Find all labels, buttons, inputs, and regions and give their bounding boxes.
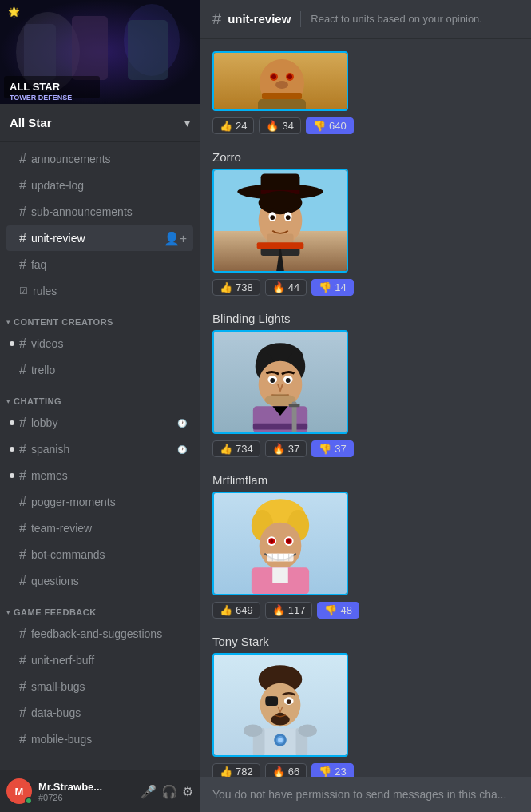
channel-item-small-bugs[interactable]: # small-bugs xyxy=(6,674,193,699)
banner-art: ALL STAR TOWER DEFENSE xyxy=(0,0,200,104)
partial-unit-svg xyxy=(214,53,348,111)
reaction-thumbsdown[interactable]: 👎 14 xyxy=(311,279,353,296)
reaction-thumbsup[interactable]: 👍 734 xyxy=(212,440,260,457)
reaction-count: 37 xyxy=(335,443,346,455)
category-chatting[interactable]: ▾ CHATTING xyxy=(0,384,200,409)
channel-item-lobby[interactable]: # lobby 🕐 xyxy=(6,410,193,436)
channel-item-pogger-moments[interactable]: # pogger-moments xyxy=(6,489,193,515)
unit-image-zorro xyxy=(212,169,348,273)
no-permission-bar: You do not have permission to send messa… xyxy=(200,777,531,812)
svg-point-15 xyxy=(275,81,288,89)
reaction-fire[interactable]: 🔥 37 xyxy=(265,440,307,457)
hash-icon: # xyxy=(19,679,26,694)
category-label: CHATTING xyxy=(14,396,61,406)
reaction-thumbsup[interactable]: 👍 24 xyxy=(212,117,254,134)
svg-rect-16 xyxy=(262,93,302,99)
reaction-count: 782 xyxy=(236,766,253,777)
reaction-count: 738 xyxy=(236,281,253,293)
svg-point-54 xyxy=(270,539,273,543)
svg-point-13 xyxy=(271,74,276,79)
username: Mr.Strawbe... xyxy=(38,781,141,793)
svg-point-27 xyxy=(286,215,291,220)
channel-item-unit-nerf[interactable]: # unit-nerf-buff xyxy=(6,647,193,673)
user-info: Mr.Strawbe... #0726 xyxy=(38,781,141,802)
reaction-fire[interactable]: 🔥 117 xyxy=(265,602,313,619)
collapse-arrow-icon: ▾ xyxy=(6,318,10,326)
category-label: GAME FEEDBACK xyxy=(14,607,97,617)
hash-icon: # xyxy=(19,178,26,193)
channel-item-team-review[interactable]: # team-review xyxy=(6,515,193,541)
hash-icon: # xyxy=(19,706,26,720)
thumbsdown-emoji: 👎 xyxy=(319,766,331,777)
channel-item-unit-review[interactable]: # unit-review 👤+ xyxy=(6,225,193,251)
reaction-count: 24 xyxy=(236,120,247,132)
user-bar: M Mr.Strawbe... #0726 🎤 🎧 ⚙ xyxy=(0,770,200,812)
thumbsdown-emoji: 👎 xyxy=(319,443,331,455)
thumbsup-emoji: 👍 xyxy=(220,443,232,455)
hash-icon: # xyxy=(19,521,26,535)
channel-item-trello[interactable]: # trello xyxy=(6,357,193,383)
channel-item-announcements[interactable]: # announcements xyxy=(6,146,193,172)
hash-icon: # xyxy=(19,152,26,166)
reaction-thumbsup[interactable]: 👍 738 xyxy=(212,279,260,296)
reaction-fire[interactable]: 🔥 44 xyxy=(265,279,307,296)
hash-icon: # xyxy=(19,495,26,509)
microphone-icon[interactable]: 🎤 xyxy=(141,784,157,799)
reaction-row-blinding: 👍 734 🔥 37 👎 37 xyxy=(212,440,518,457)
reaction-count: 66 xyxy=(288,766,299,777)
channel-item-mobile-bugs[interactable]: # mobile-bugs xyxy=(6,726,193,752)
reaction-thumbsdown[interactable]: 👎 23 xyxy=(311,763,353,777)
reaction-thumbsup[interactable]: 👍 649 xyxy=(212,602,260,619)
reaction-count: 44 xyxy=(288,281,299,293)
headphones-icon[interactable]: 🎧 xyxy=(161,784,177,799)
reaction-count: 734 xyxy=(236,443,253,455)
fire-emoji: 🔥 xyxy=(272,766,285,777)
add-member-icon[interactable]: 👤+ xyxy=(164,231,187,246)
settings-icon[interactable]: ⚙ xyxy=(182,784,193,799)
channel-item-spanish[interactable]: # spanish 🕐 xyxy=(6,436,193,462)
server-name-bar[interactable]: 🌟 All Star ▾ xyxy=(0,104,200,142)
sidebar: ALL STAR TOWER DEFENSE 🌟 All Star ▾ ▾ GA… xyxy=(0,0,200,812)
hash-icon: # xyxy=(19,416,26,430)
svg-rect-62 xyxy=(272,567,288,583)
reaction-thumbsdown[interactable]: 👎 640 xyxy=(306,117,354,134)
reaction-thumbsdown[interactable]: 👎 48 xyxy=(317,602,359,619)
thumbsup-emoji: 👍 xyxy=(220,281,232,293)
reaction-fire[interactable]: 🔥 34 xyxy=(259,117,300,134)
hash-icon: # xyxy=(19,442,26,456)
reaction-thumbsdown[interactable]: 👎 37 xyxy=(311,440,353,457)
hash-icon: # xyxy=(19,363,26,377)
channel-item-memes[interactable]: # memes xyxy=(6,463,193,488)
reaction-fire[interactable]: 🔥 66 xyxy=(265,763,307,777)
thumbsdown-emoji: 👎 xyxy=(313,120,326,132)
reaction-row-tony: 👍 782 🔥 66 👎 23 xyxy=(212,763,518,777)
unit-image-blinding xyxy=(212,330,348,434)
reaction-thumbsup[interactable]: 👍 782 xyxy=(212,763,260,777)
channel-item-faq[interactable]: # faq xyxy=(6,252,193,277)
channel-item-data-bugs[interactable]: # data-bugs xyxy=(6,700,193,726)
svg-rect-44 xyxy=(289,404,300,407)
reaction-count: 14 xyxy=(335,281,346,293)
svg-text:ALL STAR: ALL STAR xyxy=(10,81,61,93)
unread-dot xyxy=(10,447,14,452)
unit-name-mrflimflam: Mrflimflam xyxy=(212,473,518,487)
channel-item-rules[interactable]: ☑ rules xyxy=(6,278,193,304)
channel-item-bot-commands[interactable]: # bot-commands xyxy=(6,542,193,567)
category-content-creators[interactable]: ▾ CONTENT CREATORS xyxy=(0,304,200,330)
banner-svg: ALL STAR TOWER DEFENSE xyxy=(0,0,200,104)
channel-item-update-log[interactable]: # update-log xyxy=(6,173,193,198)
unit-card-blinding-lights: Blinding Lights xyxy=(212,312,518,457)
reaction-count: 37 xyxy=(288,443,299,455)
category-game-feedback[interactable]: ▾ GAME FEEDBACK xyxy=(0,595,200,620)
svg-rect-4 xyxy=(72,16,108,80)
channel-item-videos[interactable]: # videos xyxy=(6,331,193,356)
hash-icon: # xyxy=(19,336,26,351)
messages-area[interactable]: 👍 24 🔥 34 👎 640 Zorro xyxy=(200,38,531,777)
svg-point-38 xyxy=(270,378,275,383)
server-banner: ALL STAR TOWER DEFENSE xyxy=(0,0,200,104)
channel-item-feedback[interactable]: # feedback-and-suggestions xyxy=(6,621,193,647)
channel-item-questions[interactable]: # questions xyxy=(6,568,193,594)
unit-card-tony-stark: Tony Stark xyxy=(212,635,518,777)
hash-icon: # xyxy=(19,653,26,667)
channel-item-sub-announcements[interactable]: # sub-announcements xyxy=(6,199,193,225)
